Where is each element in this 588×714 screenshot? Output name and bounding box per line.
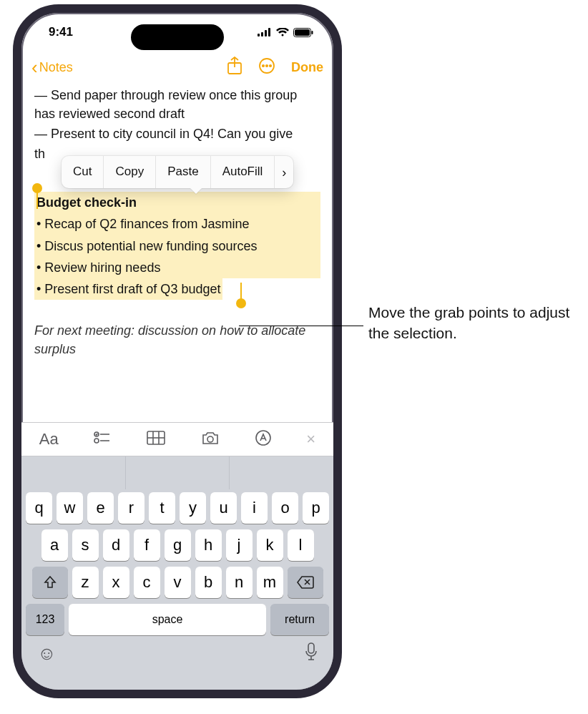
return-key[interactable]: return [270,604,329,635]
key-letter[interactable]: f [134,529,160,561]
svg-point-9 [263,65,264,67]
battery-icon [293,28,313,37]
shift-key[interactable] [32,567,68,598]
key-letter[interactable]: o [272,492,298,524]
key-letter[interactable]: v [165,567,191,598]
key-letter[interactable]: q [26,492,52,524]
key-letter[interactable]: b [195,567,222,598]
wifi-icon [276,28,289,36]
navigation-bar: ‹ Notes Done [21,52,333,83]
key-letter[interactable]: y [180,492,206,524]
selected-text: Budget check-in [34,192,320,213]
key-letter[interactable]: u [210,492,237,524]
svg-rect-2 [265,30,267,36]
copy-menu-item[interactable]: Copy [104,156,156,188]
paste-menu-item[interactable]: Paste [156,156,210,188]
back-button[interactable]: ‹ Notes [31,58,222,77]
svg-rect-22 [308,643,314,653]
camera-icon[interactable] [201,431,220,448]
keyboard-footer: ☺ [21,641,333,678]
key-letter[interactable]: r [118,492,144,524]
keyboard-row: 123 space return [21,601,333,641]
note-text: — Present to city council in Q4! Can you… [34,124,320,143]
table-icon[interactable] [147,431,165,448]
status-time: 9:41 [49,25,73,39]
back-label: Notes [39,60,73,75]
note-text: th [34,147,45,161]
cut-menu-item[interactable]: Cut [62,156,104,188]
selection-handle-end[interactable] [236,298,246,308]
markup-icon[interactable] [255,430,271,449]
selected-text: Discus potential new funding sources [34,235,320,257]
key-letter[interactable]: x [103,567,129,598]
share-icon[interactable] [227,57,242,78]
autofill-menu-item[interactable]: AutoFill [211,156,275,188]
emoji-icon[interactable]: ☺ [37,642,57,665]
key-letter[interactable]: p [303,492,329,524]
format-toolbar: Aa × [21,422,333,456]
key-letter[interactable]: d [103,529,129,561]
backspace-key[interactable] [288,567,323,598]
onscreen-keyboard: q w e r t y u i o p a s d f g h j k l z [21,456,333,690]
keyboard-row: a s d f g h j k l [21,527,333,564]
selected-text: Present first draft of Q3 budget [34,278,222,300]
svg-point-21 [256,431,270,445]
note-editor[interactable]: — Send paper through review once this gr… [21,83,333,366]
key-letter[interactable]: a [41,529,68,561]
svg-rect-1 [261,32,263,36]
svg-rect-5 [295,29,310,36]
edit-menu-popover: Cut Copy Paste AutoFill › [62,156,293,188]
key-letter[interactable]: g [165,529,191,561]
suggestion-bar[interactable] [21,456,333,489]
iphone-frame: 9:41 ‹ Notes Done — [13,4,342,698]
dynamic-island [131,24,224,50]
note-text-italic: For next meeting: discussion on how to a… [34,321,320,358]
callout-leader-line [239,326,363,326]
svg-point-10 [266,65,268,67]
key-letter[interactable]: i [241,492,268,524]
status-indicators [258,28,313,37]
cellular-signal-icon [258,28,272,36]
numbers-key[interactable]: 123 [26,604,64,635]
key-letter[interactable]: n [226,567,253,598]
svg-point-11 [270,65,271,67]
selected-text: Recap of Q2 finances from Jasmine [34,213,320,235]
key-letter[interactable]: t [149,492,175,524]
menu-next-icon[interactable]: › [275,156,293,188]
key-letter[interactable]: z [72,567,99,598]
svg-rect-3 [268,28,270,36]
key-letter[interactable]: h [195,529,222,561]
key-letter[interactable]: m [257,567,283,598]
dictation-icon[interactable] [305,642,318,665]
keyboard-row: z x c v b n m [21,564,333,601]
done-button[interactable]: Done [291,60,323,75]
key-letter[interactable]: e [87,492,114,524]
key-letter[interactable]: w [57,492,83,524]
svg-rect-6 [312,31,313,34]
key-letter[interactable]: j [226,529,253,561]
close-toolbar-icon[interactable]: × [306,430,315,449]
text-selection[interactable]: Cut Copy Paste AutoFill › Budget check-i… [34,192,320,299]
selected-text: Review hiring needs [34,257,320,278]
keyboard-row: q w e r t y u i o p [21,489,333,527]
key-letter[interactable]: c [134,567,160,598]
svg-rect-0 [258,34,260,36]
key-letter[interactable]: s [72,529,99,561]
space-key[interactable]: space [69,604,266,635]
svg-point-20 [207,436,213,442]
more-icon[interactable] [258,57,275,77]
key-letter[interactable]: l [288,529,314,561]
key-letter[interactable]: k [257,529,283,561]
svg-point-14 [94,439,99,443]
note-text: — Send paper through review once this gr… [34,86,320,123]
text-format-icon[interactable]: Aa [39,430,59,449]
chevron-left-icon: ‹ [31,58,38,77]
callout-text: Move the grab points to adjust the selec… [368,302,583,344]
checklist-icon[interactable] [94,431,111,448]
